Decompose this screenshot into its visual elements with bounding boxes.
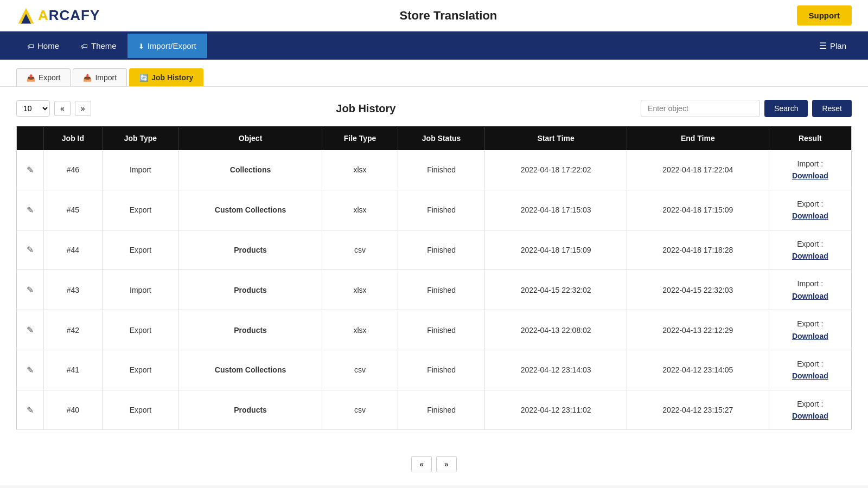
sub-nav-job-history[interactable]: Job History	[129, 68, 203, 86]
download-link[interactable]: Download	[792, 332, 828, 341]
row-edit-icon[interactable]: ✎	[17, 390, 44, 430]
table-row: ✎ #42 Export Products xlsx Finished 2022…	[17, 310, 852, 350]
sub-nav-import[interactable]: Import	[73, 68, 127, 86]
row-job-type: Import	[102, 150, 178, 190]
row-file-type: csv	[322, 350, 398, 390]
download-link[interactable]: Download	[792, 371, 828, 380]
download-link[interactable]: Download	[792, 211, 828, 220]
nav-left: Home Theme Import/Export	[16, 34, 207, 58]
table-header: Job Id Job Type Object File Type Job Sta…	[17, 126, 852, 151]
row-result: Export : Download	[769, 390, 851, 430]
row-object: Products	[178, 310, 322, 350]
col-object: Object	[178, 126, 322, 151]
row-job-type: Export	[102, 390, 178, 430]
row-start-time: 2022-04-13 22:08:02	[485, 310, 627, 350]
sub-nav-job-history-label: Job History	[151, 73, 193, 82]
row-job-status: Finished	[398, 190, 484, 230]
row-object: Custom Collections	[178, 190, 322, 230]
toolbar-row: 10 25 50 100 « » Job History Search Rese…	[16, 100, 852, 117]
row-start-time: 2022-04-12 23:14:03	[485, 350, 627, 390]
prev-page-button[interactable]: «	[54, 101, 71, 116]
bottom-prev-button[interactable]: «	[411, 456, 432, 472]
row-job-status: Finished	[398, 270, 484, 310]
bottom-pagination: « »	[0, 443, 868, 485]
col-edit	[17, 126, 44, 151]
import-icon	[83, 73, 92, 82]
row-object: Products	[178, 270, 322, 310]
row-result: Import : Download	[769, 270, 851, 310]
row-end-time: 2022-04-12 23:15:27	[627, 390, 769, 430]
sub-nav-export[interactable]: Export	[16, 68, 71, 86]
nav-item-theme[interactable]: Theme	[70, 34, 127, 58]
support-button[interactable]: Support	[797, 5, 852, 25]
row-job-type: Export	[102, 350, 178, 390]
row-job-id: #42	[44, 310, 103, 350]
plan-icon	[819, 41, 827, 51]
row-edit-icon[interactable]: ✎	[17, 310, 44, 350]
row-job-id: #40	[44, 390, 103, 430]
row-edit-icon[interactable]: ✎	[17, 230, 44, 270]
import-export-icon	[138, 41, 144, 50]
row-start-time: 2022-04-15 22:32:02	[485, 270, 627, 310]
export-icon	[27, 73, 35, 82]
nav-item-home[interactable]: Home	[16, 34, 70, 58]
row-job-status: Finished	[398, 310, 484, 350]
search-input[interactable]	[641, 100, 760, 117]
col-job-status: Job Status	[398, 126, 484, 151]
row-end-time: 2022-04-13 22:12:29	[627, 310, 769, 350]
next-page-button[interactable]: »	[75, 101, 91, 116]
nav-plan-label: Plan	[830, 41, 846, 50]
result-prefix: Import :	[797, 279, 823, 288]
nav-item-import-export[interactable]: Import/Export	[127, 34, 207, 58]
row-edit-icon[interactable]: ✎	[17, 270, 44, 310]
table-row: ✎ #45 Export Custom Collections xlsx Fin…	[17, 190, 852, 230]
row-start-time: 2022-04-12 23:11:02	[485, 390, 627, 430]
table-row: ✎ #40 Export Products csv Finished 2022-…	[17, 390, 852, 430]
table-row: ✎ #46 Import Collections xlsx Finished 2…	[17, 150, 852, 190]
row-start-time: 2022-04-18 17:22:02	[485, 150, 627, 190]
row-job-type: Export	[102, 190, 178, 230]
row-job-id: #46	[44, 150, 103, 190]
reset-button[interactable]: Reset	[812, 100, 852, 117]
row-result: Export : Download	[769, 310, 851, 350]
row-job-status: Finished	[398, 350, 484, 390]
row-edit-icon[interactable]: ✎	[17, 350, 44, 390]
download-link[interactable]: Download	[792, 171, 828, 180]
result-prefix: Export :	[797, 200, 823, 208]
row-file-type: csv	[322, 390, 398, 430]
row-start-time: 2022-04-18 17:15:09	[485, 230, 627, 270]
table-row: ✎ #44 Export Products csv Finished 2022-…	[17, 230, 852, 270]
toolbar-right: Search Reset	[641, 100, 852, 117]
row-end-time: 2022-04-18 17:15:09	[627, 190, 769, 230]
row-job-id: #41	[44, 350, 103, 390]
row-job-id: #44	[44, 230, 103, 270]
row-end-time: 2022-04-18 17:22:04	[627, 150, 769, 190]
row-file-type: xlsx	[322, 310, 398, 350]
logo: ARCAFY	[16, 6, 100, 25]
top-bar: ARCAFY Store Translation Support	[0, 0, 868, 31]
col-start-time: Start Time	[485, 126, 627, 151]
row-object: Products	[178, 390, 322, 430]
row-object: Custom Collections	[178, 350, 322, 390]
result-prefix: Export :	[797, 400, 823, 408]
nav-item-plan[interactable]: Plan	[814, 33, 852, 59]
download-link[interactable]: Download	[792, 252, 828, 260]
logo-svg	[16, 6, 36, 25]
per-page-select[interactable]: 10 25 50 100	[16, 100, 50, 117]
result-prefix: Export :	[797, 319, 823, 328]
download-link[interactable]: Download	[792, 292, 828, 300]
table-row: ✎ #41 Export Custom Collections csv Fini…	[17, 350, 852, 390]
job-table: Job Id Job Type Object File Type Job Sta…	[16, 126, 852, 430]
row-job-status: Finished	[398, 230, 484, 270]
row-job-type: Export	[102, 310, 178, 350]
download-link[interactable]: Download	[792, 412, 828, 420]
row-edit-icon[interactable]: ✎	[17, 150, 44, 190]
search-button[interactable]: Search	[764, 100, 808, 117]
sub-nav: Export Import Job History	[0, 60, 868, 87]
row-edit-icon[interactable]: ✎	[17, 190, 44, 230]
row-start-time: 2022-04-18 17:15:03	[485, 190, 627, 230]
row-job-type: Import	[102, 270, 178, 310]
row-result: Export : Download	[769, 190, 851, 230]
table-header-row: Job Id Job Type Object File Type Job Sta…	[17, 126, 852, 151]
bottom-next-button[interactable]: »	[436, 456, 457, 472]
